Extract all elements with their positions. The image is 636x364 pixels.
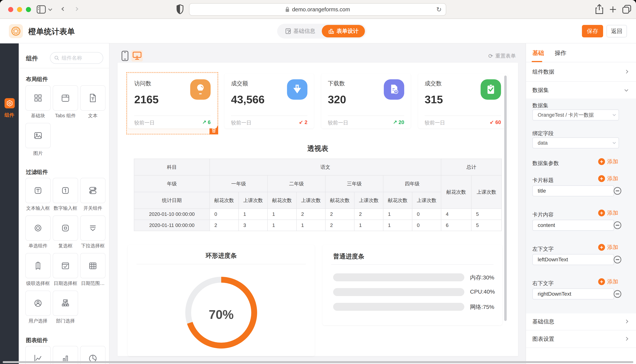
tile-tabs-component[interactable]: Tabs 组件 <box>53 85 78 119</box>
plus-circle-icon: + <box>598 175 605 182</box>
forward-icon[interactable] <box>74 7 78 11</box>
tile-date-picker[interactable]: 日期选择框 <box>53 253 78 286</box>
bind-field-select[interactable]: data <box>532 138 619 148</box>
user-icon <box>33 298 43 308</box>
card-content-input[interactable]: content <box>532 220 614 231</box>
close-window-button[interactable] <box>8 7 13 12</box>
tab-basic[interactable]: 基础 <box>532 49 544 57</box>
right-down-text-input[interactable]: rightDownText <box>532 288 614 300</box>
desktop-preview-button[interactable] <box>131 50 143 62</box>
add-card-title-button[interactable]: + 添加 <box>598 175 618 182</box>
new-tab-icon[interactable] <box>609 6 617 13</box>
ring-progress-card[interactable]: 环形进度条 70% <box>128 245 315 356</box>
bar-chart-icon <box>328 28 334 34</box>
delta-up: ↗ 20 <box>393 119 404 126</box>
reset-form-button[interactable]: ⟳ 重置表单 <box>488 52 516 59</box>
dataset-select[interactable]: OrangeTest / 卡片一数据 <box>532 110 619 120</box>
tile-cascader[interactable]: 级联选择框 <box>25 253 51 286</box>
cascader-icon <box>33 260 43 271</box>
tile-dropdown[interactable]: 下拉选择框 <box>80 216 105 249</box>
add-card-content-button[interactable]: + 添加 <box>598 209 618 217</box>
tile-radio[interactable]: 单选组件 <box>25 216 51 249</box>
page-title: 橙单统计表单 <box>28 26 75 37</box>
bar-progress-card[interactable]: 普通进度条 内存:30% CPU:40% 网络:75% <box>323 245 502 325</box>
minus-circle-icon[interactable] <box>614 222 621 229</box>
plus-circle-icon: + <box>598 210 605 216</box>
add-left-down-button[interactable]: + 添加 <box>598 244 618 251</box>
view-switcher: 基础信息 表单设计 <box>277 24 366 38</box>
row-dataset-header[interactable]: 数据集 <box>526 82 636 98</box>
tile-dept-select[interactable]: 部门选择 <box>53 290 78 324</box>
sidebar-toggle-icon[interactable] <box>37 5 46 14</box>
date-picker-icon <box>60 260 71 271</box>
tile-date-range[interactable]: 日期范围… <box>80 253 105 286</box>
save-button[interactable]: 保存 <box>582 25 603 38</box>
plus-circle-icon: + <box>598 244 605 251</box>
rail-item-components[interactable] <box>5 98 15 108</box>
trash-icon <box>211 128 216 133</box>
add-right-down-button[interactable]: + 添加 <box>598 278 618 286</box>
canvas-vertical-scrollbar[interactable] <box>504 76 507 321</box>
switch-icon <box>88 186 98 196</box>
card-title-input[interactable]: title <box>532 186 614 196</box>
bars-card-title: 普通进度条 <box>333 252 364 261</box>
row-basic-info[interactable]: 基础信息 <box>526 314 636 330</box>
chevron-down-icon <box>624 88 628 92</box>
trend-down-icon: ↙ <box>490 120 494 125</box>
components-panel: 组件 组件名称 布局组件 基础块 Tabs 组件 文本 图片 过滤组件 文本输入… <box>19 44 109 364</box>
component-search-input[interactable]: 组件名称 <box>50 52 103 64</box>
tile-number-input[interactable]: 数字输入框 <box>53 178 78 211</box>
zoom-window-button[interactable] <box>26 7 31 12</box>
minimize-window-button[interactable] <box>17 7 22 12</box>
image-icon <box>33 130 43 141</box>
tile-switch[interactable]: 开关组件 <box>80 178 105 211</box>
add-param-button[interactable]: + 添加 <box>598 158 618 166</box>
divider <box>136 264 306 264</box>
trend-up-icon: ↗ <box>393 120 397 125</box>
tile-text[interactable]: 文本 <box>80 85 105 119</box>
minus-circle-icon[interactable] <box>614 290 621 298</box>
progress-label: 内存:30% <box>470 274 494 282</box>
chevron-down-icon[interactable] <box>48 7 52 11</box>
row-chart-settings[interactable]: 图表设置 <box>526 330 636 348</box>
back-button[interactable]: 返回 <box>606 25 627 38</box>
card-content-label: 卡片内容 <box>532 211 554 218</box>
text-doc-icon <box>88 93 98 103</box>
svg-text:¥: ¥ <box>296 85 298 89</box>
progress-track <box>333 274 464 281</box>
stat-card-downloads[interactable]: 下载数 320 较前一日 ↗ 20 <box>321 74 411 128</box>
tab-actions[interactable]: 操作 <box>555 49 566 57</box>
ring-percent-label: 70% <box>185 307 257 322</box>
tab-form-design[interactable]: 表单设计 <box>322 25 365 38</box>
card-title-label: 卡片标题 <box>532 177 554 184</box>
back-icon[interactable] <box>61 7 65 11</box>
dataset-select-value: OrangeTest / 卡片一数据 <box>538 112 594 118</box>
group-label-filter: 过滤组件 <box>26 168 48 176</box>
inspector-tabs: 基础 操作 <box>526 44 636 62</box>
stat-card-deals[interactable]: 成交数 315 较前一日 ↙ 60 <box>418 74 507 128</box>
org-chart-icon <box>60 298 71 308</box>
minus-circle-icon[interactable] <box>614 187 621 195</box>
compare-label: 较前一日 <box>134 119 155 126</box>
stat-card-turnover[interactable]: 成交额 43,566 ¥ 较前一日 ↙ 2 <box>225 74 314 128</box>
date-range-icon <box>88 260 98 271</box>
row-component-data[interactable]: 组件数据 <box>526 62 636 82</box>
tile-checkbox[interactable]: 复选框 <box>53 216 78 249</box>
tile-basic-block[interactable]: 基础块 <box>25 85 51 119</box>
tile-text-input[interactable]: 文本输入框 <box>25 178 51 211</box>
ring-card-title: 环形进度条 <box>128 252 315 260</box>
number-input-icon <box>60 186 71 196</box>
stat-card-visits[interactable]: 访问数 2165 较前一日 ↗ 6 <box>128 74 217 128</box>
minus-circle-icon[interactable] <box>614 256 621 263</box>
mobile-preview-button[interactable] <box>119 50 131 62</box>
privacy-shield-icon[interactable] <box>176 4 184 14</box>
left-down-text-input[interactable]: leftDownText <box>532 254 614 265</box>
address-bar[interactable]: demo.orangeforms.com ↻ <box>189 3 446 16</box>
share-icon[interactable] <box>595 4 604 15</box>
tab-overview-icon[interactable] <box>622 4 631 14</box>
tab-basic-info[interactable]: 基础信息 <box>279 24 322 38</box>
horizontal-scrollbar[interactable] <box>3 361 633 363</box>
reload-icon[interactable]: ↻ <box>436 6 442 13</box>
tile-user-select[interactable]: 用户选择 <box>25 290 51 324</box>
tile-image[interactable]: 图片 <box>25 123 51 156</box>
